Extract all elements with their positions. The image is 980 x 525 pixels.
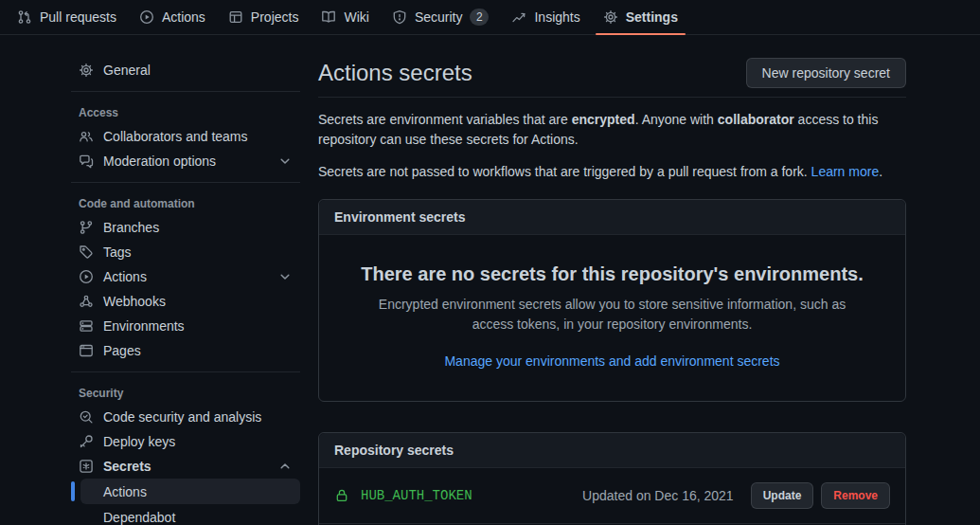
sidebar-item-label: Branches [103,220,159,235]
secret-row: HUB_AUTH_TOKEN Updated on Dec 16, 2021 U… [319,468,905,523]
sidebar-item-collaborators[interactable]: Collaborators and teams [71,124,300,149]
sidebar-item-environments[interactable]: Environments [71,314,300,338]
sidebar-item-deploy-keys[interactable]: Deploy keys [71,429,300,454]
intro-text: Secrets are environment variables that a… [318,110,906,182]
sidebar-subitem-secrets-actions[interactable]: Actions [80,479,300,504]
git-pull-request-icon [17,9,32,25]
sidebar-section-access: Access [71,100,300,124]
sidebar-section-security: Security [71,381,300,405]
sidebar-item-label: Actions [103,484,147,499]
sidebar-item-actions[interactable]: Actions [71,264,300,289]
tab-actions[interactable]: Actions [132,0,213,34]
tab-projects[interactable]: Projects [221,0,307,34]
intro-bold-collaborator: collaborator [718,112,794,127]
sidebar-divider [71,371,300,372]
key-asterisk-icon [79,459,94,474]
tab-label: Wiki [344,9,368,25]
actions-secrets-panel: Actions secrets New repository secret Se… [318,58,906,525]
sidebar-item-webhooks[interactable]: Webhooks [71,289,300,314]
intro-bold-encrypted: encrypted [572,112,635,127]
gear-icon [79,63,94,78]
tab-wiki[interactable]: Wiki [313,0,376,34]
play-icon [79,269,94,284]
people-icon [79,129,94,144]
chevron-down-icon [277,154,293,169]
repository-secrets-box: Repository secrets HUB_AUTH_TOKEN Update… [318,432,906,525]
tab-security[interactable]: Security 2 [384,0,497,34]
sidebar-item-tags[interactable]: Tags [71,240,300,264]
intro-text-part: . Anyone with [635,112,718,127]
gear-icon [603,9,618,25]
sidebar-subitem-secrets-dependabot[interactable]: Dependabot [80,504,300,525]
intro-paragraph-2: Secrets are not passed to workflows that… [318,162,906,182]
sidebar-item-pages[interactable]: Pages [71,338,300,363]
lock-icon [334,488,349,503]
chevron-down-icon [277,269,293,284]
settings-page: General Access Collaborators and teams M… [0,35,980,525]
intro-text-part: . [879,164,882,179]
tab-settings[interactable]: Settings [596,0,686,34]
environment-secrets-header: Environment secrets [319,200,905,235]
sidebar-item-secrets[interactable]: Secrets [71,454,300,479]
blankslate-link-row: Manage your environments and add environ… [357,353,867,369]
graph-icon [511,9,526,25]
table-icon [228,9,243,25]
update-secret-button[interactable]: Update [751,482,814,509]
blankslate-text: Encrypted environment secrets allow you … [357,295,867,335]
tab-label: Projects [251,9,299,25]
tab-label: Settings [626,9,678,25]
environment-secrets-blankslate: There are no secrets for this repository… [319,235,905,401]
main-header: Actions secrets New repository secret [318,58,906,98]
tag-icon [79,244,94,260]
sidebar-item-code-security[interactable]: Code security and analysis [71,405,300,429]
tab-pull-requests[interactable]: Pull requests [9,0,124,34]
sidebar-item-label: Pages [103,343,141,358]
tab-label: Pull requests [40,9,116,25]
intro-text-part: Secrets are not passed to workflows that… [318,164,811,179]
tab-insights[interactable]: Insights [504,0,587,34]
sidebar-item-moderation[interactable]: Moderation options [71,149,300,173]
learn-more-link[interactable]: Learn more [811,164,880,179]
sidebar-item-general[interactable]: General [71,58,300,82]
sidebar-item-label: General [103,63,151,78]
sidebar-item-label: Webhooks [103,294,166,309]
git-branch-icon [79,220,94,235]
sidebar-item-label: Moderation options [103,154,216,169]
sidebar-item-label: Actions [103,269,147,284]
sidebar-item-label: Secrets [103,459,151,474]
sidebar-item-label: Tags [103,244,132,260]
sidebar-section-code-automation: Code and automation [71,191,300,215]
intro-paragraph-1: Secrets are environment variables that a… [318,110,906,150]
play-icon [139,9,154,25]
remove-secret-button[interactable]: Remove [821,482,890,509]
tab-label: Security [415,9,463,25]
shield-icon [392,9,407,25]
manage-environments-link[interactable]: Manage your environments and add environ… [444,353,779,369]
server-icon [79,318,94,334]
settings-sidebar: General Access Collaborators and teams M… [71,58,300,525]
secret-name: HUB_AUTH_TOKEN [361,488,472,503]
codescan-icon [79,409,94,425]
repository-secrets-header: Repository secrets [319,433,905,468]
secret-updated-date: Updated on Dec 16, 2021 [582,488,734,503]
blankslate-title: There are no secrets for this repository… [357,263,867,285]
repo-tab-nav: Pull requests Actions Projects Wiki Secu… [0,0,980,35]
sidebar-item-label: Code security and analysis [103,409,261,425]
sidebar-item-label: Dependabot [103,510,175,525]
chevron-up-icon [277,459,293,474]
key-icon [79,434,94,449]
environment-secrets-box: Environment secrets There are no secrets… [318,199,906,402]
book-icon [321,9,336,25]
browser-icon [79,343,94,358]
sidebar-divider [71,91,300,92]
webhook-icon [79,294,94,309]
sidebar-item-label: Deploy keys [103,434,175,449]
security-count-badge: 2 [470,9,489,26]
secret-row-actions: Updated on Dec 16, 2021 Update Remove [582,482,890,509]
tab-label: Insights [534,9,579,25]
new-repository-secret-button[interactable]: New repository secret [746,58,906,88]
sidebar-item-label: Collaborators and teams [103,129,248,144]
page-title: Actions secrets [318,60,472,86]
tab-label: Actions [162,9,205,25]
sidebar-item-branches[interactable]: Branches [71,215,300,240]
